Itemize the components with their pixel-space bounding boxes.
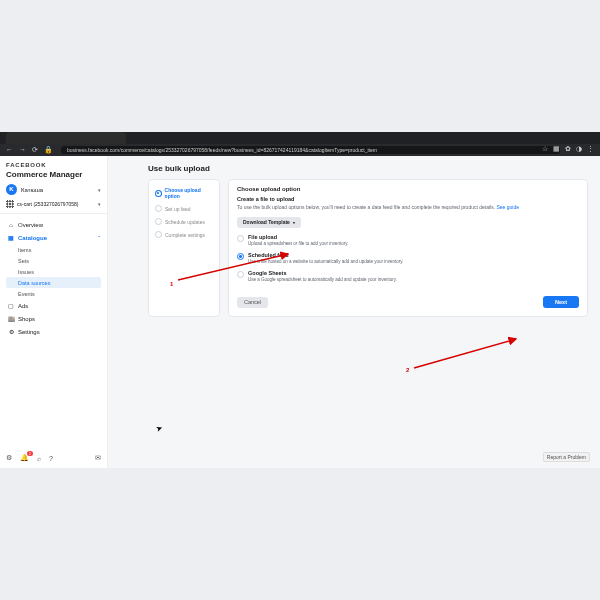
svg-line-2	[414, 339, 516, 368]
card-subheading: Create a file to upload	[237, 196, 579, 202]
ext2-icon[interactable]: ✿	[565, 145, 571, 153]
ads-icon: ▢	[6, 302, 16, 309]
option-file-upload[interactable]: File uploadUpload a spreadsheet or file …	[237, 234, 579, 246]
inbox-icon[interactable]: ✉	[95, 454, 101, 462]
account-switcher[interactable]: K Катюша ▾	[6, 184, 101, 195]
bell-icon[interactable]: 🔔2	[20, 454, 29, 462]
address-bar[interactable]: business.facebook.com/commerce/catalogs/…	[61, 146, 560, 154]
globe-icon[interactable]: ⚙	[6, 454, 12, 462]
logo: FACEBOOK	[6, 162, 101, 168]
circle-icon	[155, 205, 162, 212]
sidebar-sub-issues[interactable]: Issues	[6, 266, 101, 277]
step-upload-option[interactable]: Choose upload option	[153, 184, 215, 202]
shops-icon: 🏬	[6, 315, 16, 322]
option-scheduled-feed[interactable]: Scheduled feedUse a file hosted on a web…	[237, 252, 579, 264]
nav-reload-icon[interactable]: ⟳	[32, 146, 38, 154]
main-content: Use bulk upload Choose upload option Set…	[108, 156, 600, 468]
grid-icon	[6, 200, 14, 208]
sidebar-item-catalogue[interactable]: ▦ Catalogue ˄	[6, 231, 101, 244]
circle-icon	[155, 231, 162, 238]
sidebar-item-shops[interactable]: 🏬 Shops	[6, 312, 101, 325]
radio-icon	[237, 271, 244, 278]
sidebar-footer: ⚙ 🔔2 ⌕ ? ✉	[6, 448, 101, 468]
circle-icon	[155, 218, 162, 225]
search-icon[interactable]: ⌕	[37, 455, 41, 462]
star-icon[interactable]: ☆	[542, 145, 548, 153]
account-name: Катюша	[21, 187, 98, 193]
step-list: Choose upload option Set up feed Schedul…	[148, 179, 220, 317]
page-title: Use bulk upload	[148, 164, 588, 173]
card-desc: To use the bulk upload options below, yo…	[237, 204, 579, 210]
radio-icon	[237, 253, 244, 260]
upload-card: Choose upload option Create a file to up…	[228, 179, 588, 317]
sidebar-item-overview[interactable]: ⌂ Overview	[6, 219, 101, 231]
sidebar: FACEBOOK Commerce Manager K Катюша ▾ cs-…	[0, 156, 108, 468]
sidebar-sub-sets[interactable]: Sets	[6, 255, 101, 266]
menu-icon[interactable]: ⋮	[587, 145, 594, 153]
next-button[interactable]: Next	[543, 296, 579, 308]
store-name: cs-cart (253327026797058)	[17, 201, 98, 207]
home-icon: ⌂	[6, 222, 16, 228]
chevron-down-icon: ▾	[98, 187, 101, 193]
step-complete: Complete settings	[153, 228, 215, 241]
sidebar-sub-datasources[interactable]: Data sources	[6, 277, 101, 288]
lock-icon: 🔒	[44, 146, 53, 154]
see-guide-link[interactable]: See guide	[496, 204, 519, 210]
browser-tab[interactable]	[6, 132, 126, 144]
annotation-arrow-2: 2	[406, 334, 526, 374]
help-icon[interactable]: ?	[49, 455, 53, 462]
radio-icon	[237, 235, 244, 242]
cancel-button[interactable]: Cancel	[237, 297, 268, 308]
product-name: Commerce Manager	[6, 170, 101, 179]
avatar: K	[6, 184, 17, 195]
sidebar-item-ads[interactable]: ▢ Ads	[6, 299, 101, 312]
sidebar-sub-events[interactable]: Events	[6, 288, 101, 299]
notif-badge: 2	[27, 451, 33, 456]
sidebar-item-settings[interactable]: ⚙ Settings	[6, 325, 101, 338]
step-schedule: Schedule updates	[153, 215, 215, 228]
radio-icon	[155, 190, 162, 197]
option-google-sheets[interactable]: Google SheetsUse a Google spreadsheet to…	[237, 270, 579, 282]
catalogue-icon: ▦	[6, 234, 16, 241]
browser-chrome: ← → ⟳ 🔒 business.facebook.com/commerce/c…	[0, 132, 600, 156]
store-switcher[interactable]: cs-cart (253327026797058) ▾	[6, 200, 101, 208]
chevron-down-icon: ▾	[293, 220, 295, 225]
download-template-button[interactable]: Download Template▾	[237, 217, 301, 228]
step-setup-feed: Set up feed	[153, 202, 215, 215]
nav-forward-icon[interactable]: →	[19, 146, 26, 154]
chevron-up-icon: ˄	[98, 235, 101, 241]
ext-icon[interactable]: ▦	[553, 145, 560, 153]
card-heading: Choose upload option	[237, 186, 579, 192]
gear-icon: ⚙	[6, 328, 16, 335]
chevron-down-icon: ▾	[98, 201, 101, 207]
sidebar-sub-items[interactable]: Items	[6, 244, 101, 255]
nav-back-icon[interactable]: ←	[6, 146, 13, 154]
report-problem-button[interactable]: Report a Problem	[543, 452, 590, 462]
profile-icon[interactable]: ◑	[576, 145, 582, 153]
svg-text:2: 2	[406, 367, 410, 373]
